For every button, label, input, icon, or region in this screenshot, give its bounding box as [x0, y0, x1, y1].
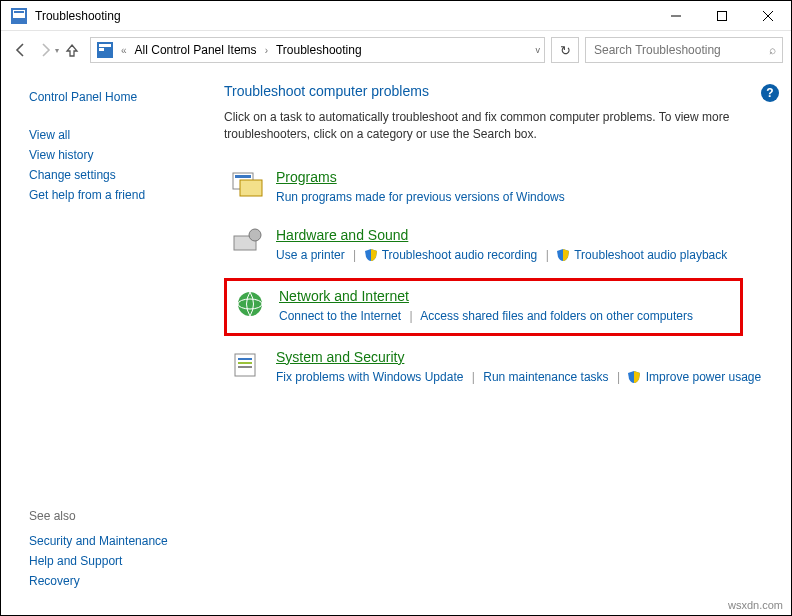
- sidebar-get-help[interactable]: Get help from a friend: [29, 185, 198, 205]
- svg-rect-9: [99, 48, 104, 51]
- hardware-title[interactable]: Hardware and Sound: [276, 227, 408, 243]
- svg-rect-18: [238, 358, 252, 360]
- see-also-help[interactable]: Help and Support: [29, 551, 168, 571]
- search-input[interactable]: [586, 38, 782, 62]
- power-usage-link[interactable]: Improve power usage: [646, 370, 761, 384]
- back-button[interactable]: [9, 38, 33, 62]
- shield-icon: [557, 249, 569, 261]
- svg-rect-2: [14, 11, 24, 13]
- breadcrumb-troubleshooting[interactable]: Troubleshooting: [272, 43, 366, 57]
- system-icon: [230, 348, 264, 382]
- svg-rect-20: [238, 366, 252, 368]
- app-icon: [11, 8, 27, 24]
- minimize-button[interactable]: [653, 1, 699, 31]
- svg-point-14: [249, 229, 261, 241]
- network-title[interactable]: Network and Internet: [279, 288, 409, 304]
- category-programs: Programs Run programs made for previous …: [224, 162, 771, 214]
- window-title: Troubleshooting: [35, 9, 121, 23]
- close-button[interactable]: [745, 1, 791, 31]
- help-button[interactable]: ?: [761, 84, 779, 102]
- history-dropdown-icon[interactable]: ▾: [55, 46, 59, 55]
- svg-rect-11: [235, 175, 251, 178]
- maintenance-link[interactable]: Run maintenance tasks: [483, 370, 608, 384]
- refresh-button[interactable]: ↻: [551, 37, 579, 63]
- sidebar-change-settings[interactable]: Change settings: [29, 165, 198, 185]
- up-button[interactable]: [60, 38, 84, 62]
- audio-recording-link[interactable]: Troubleshoot audio recording: [382, 248, 538, 262]
- address-bar[interactable]: « All Control Panel Items › Troubleshoot…: [90, 37, 545, 63]
- svg-rect-19: [238, 362, 252, 364]
- svg-rect-12: [240, 180, 262, 196]
- category-network: Network and Internet Connect to the Inte…: [224, 278, 743, 336]
- connect-internet-link[interactable]: Connect to the Internet: [279, 309, 401, 323]
- see-also-recovery[interactable]: Recovery: [29, 571, 168, 591]
- address-dropdown-icon[interactable]: v: [536, 38, 541, 62]
- titlebar: Troubleshooting: [1, 1, 791, 31]
- svg-rect-8: [99, 44, 111, 47]
- watermark: wsxdn.com: [728, 599, 783, 611]
- main-content: Troubleshoot computer problems Click on …: [206, 69, 791, 615]
- category-system: System and Security Fix problems with Wi…: [224, 342, 771, 394]
- svg-rect-4: [718, 11, 727, 20]
- system-title[interactable]: System and Security: [276, 349, 404, 365]
- sidebar-view-all[interactable]: View all: [29, 125, 198, 145]
- page-heading: Troubleshoot computer problems: [224, 83, 771, 99]
- search-box[interactable]: ⌕: [585, 37, 783, 63]
- nav-row: ▾ « All Control Panel Items › Troublesho…: [1, 31, 791, 69]
- forward-button[interactable]: [33, 38, 57, 62]
- chevron-right-icon: ›: [261, 45, 272, 56]
- breadcrumb-all-items[interactable]: All Control Panel Items: [131, 43, 261, 57]
- search-icon[interactable]: ⌕: [769, 43, 776, 57]
- shield-icon: [628, 371, 640, 383]
- see-also: See also Security and Maintenance Help a…: [29, 509, 168, 591]
- breadcrumb-prefix: «: [117, 45, 131, 56]
- use-printer-link[interactable]: Use a printer: [276, 248, 345, 262]
- control-panel-icon: [97, 42, 113, 58]
- svg-rect-17: [235, 354, 255, 376]
- sidebar-view-history[interactable]: View history: [29, 145, 198, 165]
- see-also-security[interactable]: Security and Maintenance: [29, 531, 168, 551]
- see-also-title: See also: [29, 509, 168, 523]
- audio-playback-link[interactable]: Troubleshoot audio playback: [574, 248, 727, 262]
- svg-point-15: [238, 292, 262, 316]
- shield-icon: [365, 249, 377, 261]
- hardware-icon: [230, 226, 264, 260]
- sidebar: Control Panel Home View all View history…: [1, 69, 206, 615]
- maximize-button[interactable]: [699, 1, 745, 31]
- programs-icon: [230, 168, 264, 202]
- windows-update-link[interactable]: Fix problems with Windows Update: [276, 370, 463, 384]
- page-description: Click on a task to automatically trouble…: [224, 109, 771, 144]
- run-compat-link[interactable]: Run programs made for previous versions …: [276, 190, 565, 204]
- category-hardware: Hardware and Sound Use a printer | Troub…: [224, 220, 771, 272]
- network-icon: [233, 287, 267, 321]
- programs-title[interactable]: Programs: [276, 169, 337, 185]
- shared-files-link[interactable]: Access shared files and folders on other…: [420, 309, 693, 323]
- control-panel-home-link[interactable]: Control Panel Home: [29, 87, 198, 107]
